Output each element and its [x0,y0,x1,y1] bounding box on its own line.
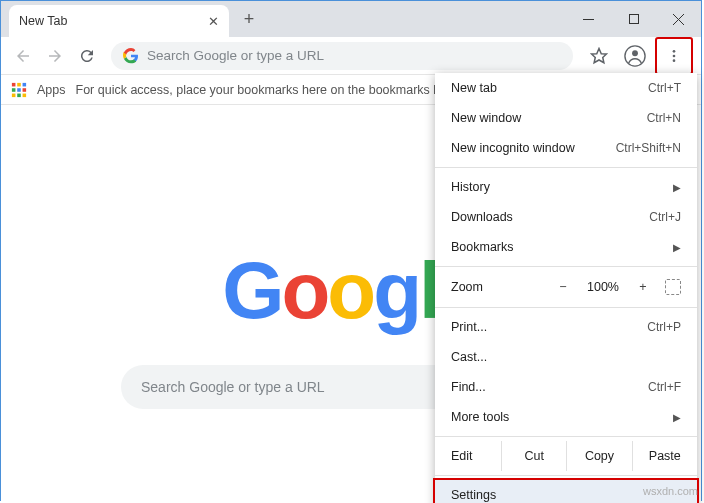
svg-point-9 [673,59,676,62]
svg-point-7 [673,50,676,53]
zoom-in-button[interactable]: + [633,280,653,294]
chevron-right-icon: ▶ [673,242,681,253]
svg-rect-12 [23,82,27,86]
new-tab-button[interactable]: + [235,5,263,33]
svg-rect-15 [23,88,27,92]
svg-rect-13 [12,88,16,92]
menu-separator [435,436,697,437]
edit-paste-button[interactable]: Paste [632,441,697,471]
minimize-button[interactable] [566,1,611,37]
menu-edit-row: Edit Cut Copy Paste [435,441,697,471]
svg-marker-4 [592,48,607,62]
svg-point-6 [632,50,638,56]
svg-rect-18 [23,93,27,97]
svg-rect-14 [17,88,21,92]
chevron-right-icon: ▶ [673,182,681,193]
fullscreen-icon[interactable] [665,279,681,295]
watermark: wsxdn.com [643,485,698,497]
menu-separator [435,167,697,168]
zoom-out-button[interactable]: − [553,280,573,294]
close-window-button[interactable] [656,1,701,37]
edit-cut-button[interactable]: Cut [501,441,566,471]
more-menu-button[interactable] [658,40,690,72]
menu-new-tab[interactable]: New tabCtrl+T [435,73,697,103]
menu-print[interactable]: Print...Ctrl+P [435,312,697,342]
menu-incognito[interactable]: New incognito windowCtrl+Shift+N [435,133,697,163]
menu-cast[interactable]: Cast... [435,342,697,372]
menu-history[interactable]: History▶ [435,172,697,202]
edit-copy-button[interactable]: Copy [566,441,631,471]
chevron-right-icon: ▶ [673,412,681,423]
svg-rect-10 [12,82,16,86]
zoom-value: 100% [581,280,625,294]
maximize-button[interactable] [611,1,656,37]
menu-downloads[interactable]: DownloadsCtrl+J [435,202,697,232]
title-bar: New Tab ✕ + [1,1,701,37]
svg-rect-11 [17,82,21,86]
svg-rect-16 [12,93,16,97]
bookmark-star-icon[interactable] [583,40,615,72]
svg-point-8 [673,54,676,57]
forward-button[interactable] [41,42,69,70]
menu-separator [435,307,697,308]
menu-more-tools[interactable]: More tools▶ [435,402,697,432]
apps-label[interactable]: Apps [37,83,66,97]
omnibox-placeholder: Search Google or type a URL [147,48,324,63]
tab-new-tab[interactable]: New Tab ✕ [9,5,229,37]
browser-window: New Tab ✕ + Search Google or type a URL … [0,0,702,501]
svg-rect-17 [17,93,21,97]
reload-button[interactable] [73,42,101,70]
search-placeholder: Search Google or type a URL [141,379,325,395]
window-controls [566,1,701,37]
menu-bookmarks[interactable]: Bookmarks▶ [435,232,697,262]
more-menu-highlight [655,37,693,75]
apps-icon[interactable] [11,82,27,98]
toolbar: Search Google or type a URL [1,37,701,75]
bookmarks-hint: For quick access, place your bookmarks h… [76,83,448,97]
menu-zoom: Zoom − 100% + [435,271,697,303]
svg-rect-1 [629,15,638,24]
google-icon [123,48,139,64]
close-tab-icon[interactable]: ✕ [208,14,219,29]
chrome-menu: New tabCtrl+T New windowCtrl+N New incog… [435,73,697,503]
profile-icon[interactable] [619,40,651,72]
menu-separator [435,266,697,267]
address-bar[interactable]: Search Google or type a URL [111,42,573,70]
back-button[interactable] [9,42,37,70]
menu-find[interactable]: Find...Ctrl+F [435,372,697,402]
menu-separator [435,475,697,476]
tab-title: New Tab [19,14,67,28]
menu-new-window[interactable]: New windowCtrl+N [435,103,697,133]
